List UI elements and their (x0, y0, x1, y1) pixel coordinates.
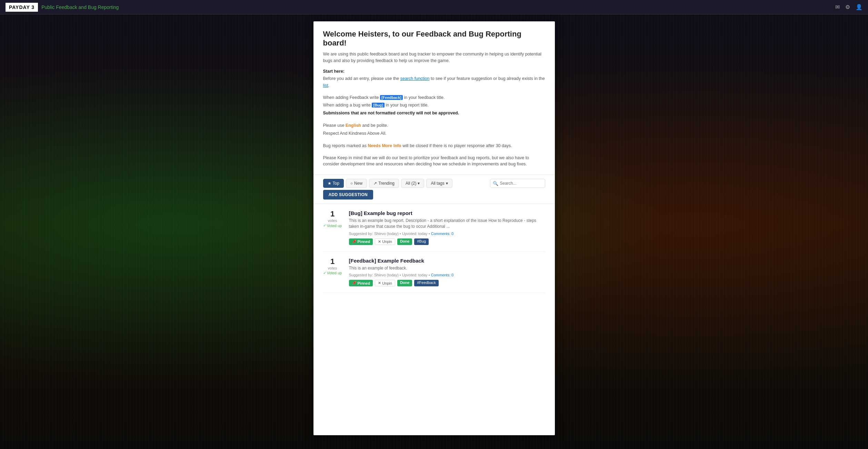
x-icon-1: ✕ (378, 239, 381, 244)
voted-up-2: ✓ Voted up (323, 271, 342, 275)
post-tags-1: 📌 Pinned ✕ Unpin Done #Bug (349, 238, 545, 245)
search-wrap: 🔍 (490, 179, 545, 188)
circle-icon: ○ (350, 181, 353, 186)
filter-top-label: Top (333, 181, 339, 186)
tag-done-2: Done (397, 280, 412, 286)
search-icon: 🔍 (493, 181, 498, 186)
unpin-label-2: Unpin (382, 281, 392, 285)
tag-done-1: Done (397, 238, 412, 245)
pinned-label-1: Pinned (358, 239, 370, 244)
needs-more-info-suffix: will be closed if there is no player res… (402, 143, 512, 148)
voted-up-label-1: Voted up (327, 224, 342, 228)
post-meta-text-2: Suggested by: Shievo (today) • Upvoted: … (349, 273, 430, 277)
table-row: 1 votes ✓ Voted up [Bug] Example bug rep… (323, 204, 545, 252)
navbar-icons: ✉ ⚙ 👤 (835, 4, 862, 10)
checkmark-icon-1: ✓ (323, 223, 326, 228)
needs-more-info-note: Bug reports marked as Needs More Info wi… (323, 142, 545, 150)
x-icon-2: ✕ (378, 281, 381, 285)
filter-trending-label: Trending (378, 181, 395, 186)
filter-trending-button[interactable]: ↗ Trending (369, 179, 399, 188)
needs-more-info-label: Needs More Info (368, 143, 401, 148)
vote-label-1: votes (328, 218, 337, 223)
page-wrapper: Welcome Heisters, to our Feedback and Bu… (0, 14, 868, 449)
welcome-description: We are using this public feedback board … (323, 51, 545, 64)
post-tags-2: 📌 Pinned ✕ Unpin Done #Feedback (349, 280, 545, 286)
polite-rule-2: Respect And Kindness Above All. (323, 130, 545, 137)
filter-new-label: New (354, 181, 362, 186)
vote-label-2: votes (328, 266, 337, 270)
posts-list: 1 votes ✓ Voted up [Bug] Example bug rep… (313, 204, 555, 293)
polite-rule-1: Please use English and be polite. (323, 122, 545, 130)
format-rule-2: When adding a bug write [Bug] in your bu… (323, 101, 545, 109)
checkmark-icon-2: ✓ (323, 271, 326, 275)
start-here-label: Start here: (323, 69, 545, 74)
navbar-title: Public Feedback and Bug Reporting (41, 4, 119, 10)
format-rules: When adding Feedback write [Feedback] in… (323, 94, 545, 117)
vote-box-1: 1 votes ✓ Voted up (323, 210, 342, 228)
tag-pinned-1: 📌 Pinned (349, 238, 373, 245)
welcome-section: Welcome Heisters, to our Feedback and Bu… (313, 21, 555, 175)
voted-up-label-2: Voted up (327, 271, 342, 275)
comments-link-1[interactable]: Comments: 0 (431, 232, 453, 236)
pin-icon-1: 📌 (352, 239, 357, 244)
user-icon[interactable]: 👤 (856, 4, 862, 10)
vote-count-2: 1 (330, 258, 335, 265)
star-icon: ★ (328, 181, 331, 186)
english-highlight: English (346, 123, 361, 128)
post-meta-text-1: Suggested by: Shievo (today) • Upvoted: … (349, 232, 430, 236)
add-suggestion-button[interactable]: ADD SUGGESTION (323, 190, 373, 200)
filter-new-button[interactable]: ○ New (346, 179, 367, 188)
closing-note: Please Keep in mind that we will do our … (323, 155, 545, 168)
table-row: 1 votes ✓ Voted up [Feedback] Example Fe… (323, 252, 545, 293)
needs-more-info-prefix: Bug reports marked as (323, 143, 367, 148)
chevron-down-icon-2: ▾ (446, 181, 448, 186)
post-body-2: [Feedback] Example Feedback This is an e… (349, 258, 545, 287)
filter-all-label: All (2) (406, 181, 416, 186)
post-meta-1: Suggested by: Shievo (today) • Upvoted: … (349, 232, 545, 236)
start-here-desc: Before you add an entry, please use the … (323, 75, 545, 89)
pinned-label-2: Pinned (358, 281, 370, 285)
chevron-down-icon: ▾ (418, 181, 420, 186)
tag-unpin-2[interactable]: ✕ Unpin (375, 280, 395, 286)
list-link[interactable]: list (323, 83, 328, 88)
search-function-link[interactable]: search function (400, 76, 430, 81)
vote-count-1: 1 (330, 210, 335, 218)
voted-up-1: ✓ Voted up (323, 223, 342, 228)
filter-all-button[interactable]: All (2) ▾ (401, 179, 424, 188)
tag-unpin-1[interactable]: ✕ Unpin (375, 238, 395, 245)
filter-all-tags-label: All tags (431, 181, 444, 186)
unpin-label-1: Unpin (382, 239, 392, 244)
bug-tag-inline: [Bug] (372, 103, 385, 108)
tag-pinned-2: 📌 Pinned (349, 280, 373, 286)
post-body-1: [Bug] Example bug report This is an exam… (349, 210, 545, 245)
polite-note: Please use English and be polite. Respec… (323, 122, 545, 137)
post-excerpt-2: This is an example of feedback. (349, 265, 545, 271)
mail-icon[interactable]: ✉ (835, 4, 840, 10)
comments-link-2[interactable]: Comments: 0 (431, 273, 453, 277)
post-meta-2: Suggested by: Shievo (today) • Upvoted: … (349, 273, 545, 277)
format-rule-bold: Submissions that are not formatted corre… (323, 111, 459, 115)
main-content: Welcome Heisters, to our Feedback and Bu… (313, 21, 555, 435)
filter-all-tags-button[interactable]: All tags ▾ (426, 179, 452, 188)
post-excerpt-1: This is an example bug report. Descripti… (349, 218, 545, 229)
vote-box-2: 1 votes ✓ Voted up (323, 258, 342, 275)
navbar-logo: PAYDAY 3 Public Feedback and Bug Reporti… (6, 3, 119, 12)
post-title-1[interactable]: [Bug] Example bug report (349, 210, 545, 216)
tag-bug-1: #Bug (414, 238, 429, 245)
tag-feedback-2: #Feedback (414, 280, 438, 286)
logo-text: PAYDAY 3 (6, 3, 38, 12)
navbar: PAYDAY 3 Public Feedback and Bug Reporti… (0, 0, 868, 14)
filter-top-button[interactable]: ★ Top (323, 179, 344, 188)
filters-bar: ★ Top ○ New ↗ Trending All (2) ▾ All tag… (313, 175, 555, 204)
format-rule-1: When adding Feedback write [Feedback] in… (323, 94, 545, 102)
welcome-title: Welcome Heisters, to our Feedback and Bu… (323, 30, 545, 48)
pin-icon-2: 📌 (352, 281, 357, 285)
post-title-2[interactable]: [Feedback] Example Feedback (349, 258, 545, 264)
gear-icon[interactable]: ⚙ (845, 4, 850, 10)
trending-icon: ↗ (373, 181, 377, 186)
feedback-tag-inline: [Feedback] (380, 95, 403, 100)
format-rule-3: Submissions that are not formatted corre… (323, 109, 545, 117)
